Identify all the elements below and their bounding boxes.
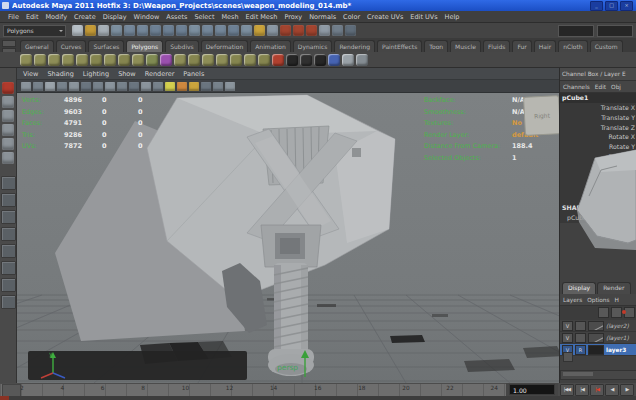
poly-cone-icon[interactable] — [62, 54, 74, 66]
maximize-button[interactable]: □ — [605, 1, 618, 11]
paint-select-tool[interactable] — [2, 110, 14, 122]
panel-menu-item[interactable]: Show — [118, 70, 136, 78]
snap-to-grid-icon[interactable] — [150, 25, 161, 36]
select-hierarchy-icon[interactable] — [111, 25, 122, 36]
snap-to-curve-icon[interactable] — [163, 25, 174, 36]
channel-row[interactable]: Scale Y — [560, 172, 636, 182]
snap-to-point-icon[interactable] — [176, 25, 187, 36]
textured-icon[interactable] — [105, 82, 115, 91]
highlight-selection-icon[interactable] — [267, 25, 278, 36]
resolution-gate-icon[interactable] — [141, 82, 151, 91]
layer-row[interactable]: V (layer1) — [560, 332, 636, 344]
poly-torus-icon[interactable] — [90, 54, 102, 66]
isolate-select-icon[interactable] — [201, 82, 211, 91]
rotate-tool[interactable] — [2, 138, 14, 150]
poly-pyramid-icon[interactable] — [104, 54, 116, 66]
move-tool[interactable] — [2, 124, 14, 136]
menu-item[interactable]: Modify — [45, 13, 67, 21]
layer-editor-menu-item[interactable]: H — [615, 297, 619, 303]
layer-color-swatch[interactable] — [588, 345, 604, 355]
layer-editor-tab[interactable]: Render — [597, 282, 630, 294]
panel-menu-item[interactable]: Renderer — [145, 70, 175, 78]
layout-custom-a[interactable] — [1, 278, 16, 292]
current-time-field[interactable]: 1.00 — [509, 384, 555, 395]
lasso-tool[interactable] — [2, 96, 14, 108]
camera-select-icon[interactable] — [21, 82, 31, 91]
select-tool[interactable] — [2, 82, 14, 94]
shelf-tab[interactable]: Deformation — [201, 40, 248, 52]
snap-to-plane-icon[interactable] — [189, 25, 200, 36]
image-plane-icon[interactable] — [69, 82, 79, 91]
poly-pipe-icon[interactable] — [118, 54, 130, 66]
layer-color-swatch[interactable] — [588, 333, 604, 343]
layer-color-swatch[interactable] — [588, 321, 604, 331]
shelf-tab[interactable]: Hair — [534, 40, 556, 52]
range-slider-handle[interactable] — [0, 396, 9, 400]
shadows-icon[interactable] — [129, 82, 139, 91]
layer-row[interactable]: V (layer2) — [560, 320, 636, 332]
numeric-input-field[interactable] — [597, 25, 633, 37]
layout-persp-graph[interactable] — [1, 227, 16, 241]
layer-display-type-toggle[interactable] — [575, 321, 586, 331]
layout-custom-b[interactable] — [1, 295, 16, 309]
checker-a-icon[interactable] — [286, 54, 298, 66]
wireframe-icon[interactable] — [81, 82, 91, 91]
delete-history-icon[interactable] — [272, 54, 284, 66]
close-button[interactable]: × — [620, 1, 633, 11]
open-scene-icon[interactable] — [85, 25, 96, 36]
combine-icon[interactable] — [216, 54, 228, 66]
shelf-tab[interactable]: General — [20, 40, 54, 52]
shape-node-name[interactable]: pCubeShape1 — [560, 213, 636, 223]
toolbox-b-icon[interactable] — [332, 25, 343, 36]
film-gate-icon[interactable] — [153, 82, 163, 91]
bridge-icon[interactable] — [202, 54, 214, 66]
xray-joints-icon[interactable] — [189, 82, 199, 91]
shelf-tab[interactable]: Subdivs — [165, 40, 199, 52]
default-light-icon[interactable] — [165, 82, 175, 91]
render-settings-icon[interactable] — [306, 25, 317, 36]
channel-row[interactable]: Translate X — [560, 103, 636, 113]
channel-row[interactable]: Visibility — [560, 191, 636, 201]
checker-b-icon[interactable] — [300, 54, 312, 66]
layer-editor-menu-item[interactable]: Layers — [563, 297, 582, 303]
shelf-tab[interactable]: PaintEffects — [377, 40, 422, 52]
channel-row[interactable]: Rotate X — [560, 132, 636, 142]
channel-box-menu-item[interactable]: Channels — [563, 84, 590, 90]
minimize-button[interactable]: _ — [590, 1, 603, 11]
layer-editor-menu-item[interactable]: Options — [587, 297, 609, 303]
shelf-tab[interactable]: Curves — [56, 40, 87, 52]
construction-history-icon[interactable] — [241, 25, 252, 36]
play-backwards-button[interactable]: ◀ — [605, 384, 619, 396]
menu-item[interactable]: Create — [74, 13, 96, 21]
menu-item[interactable]: Proxy — [284, 13, 302, 21]
menu-item[interactable]: Edit — [26, 13, 39, 21]
selected-node-name[interactable]: pCube1 — [560, 93, 636, 103]
channel-box-header[interactable]: Channel Box / Layer E — [560, 68, 636, 81]
lights-icon[interactable] — [117, 82, 127, 91]
play-forwards-button[interactable]: ▶ — [620, 384, 634, 396]
selection-lock-icon[interactable] — [254, 25, 265, 36]
channel-row[interactable]: Scale Z — [560, 181, 636, 191]
menu-item[interactable]: Edit Mesh — [246, 13, 278, 21]
scale-tool[interactable] — [2, 152, 14, 164]
panel-menu-item[interactable]: View — [23, 70, 38, 78]
mirror-geometry-icon[interactable] — [258, 54, 270, 66]
layout-hypershade[interactable] — [1, 244, 16, 258]
shelf-tab[interactable]: Custom — [590, 40, 623, 52]
layout-four-pane[interactable] — [1, 193, 16, 207]
range-slider-strip[interactable] — [0, 396, 636, 400]
fog-icon[interactable] — [213, 82, 223, 91]
menu-item[interactable]: Assets — [166, 13, 187, 21]
grease-pencil-icon[interactable] — [225, 82, 235, 91]
crystal-icon[interactable] — [160, 54, 172, 66]
shelf-tab[interactable]: Dynamics — [293, 40, 333, 52]
menu-item[interactable]: Mesh — [221, 13, 238, 21]
shelf-tab[interactable]: Fluids — [483, 40, 511, 52]
shelf-tab[interactable]: Surfaces — [88, 40, 124, 52]
poly-cylinder-icon[interactable] — [48, 54, 60, 66]
menu-item[interactable]: Select — [194, 13, 214, 21]
smooth-icon[interactable] — [146, 54, 158, 66]
layer-visibility-toggle[interactable]: V — [562, 321, 573, 331]
render-frame-icon[interactable] — [280, 25, 291, 36]
channel-row[interactable]: Translate Y — [560, 113, 636, 123]
